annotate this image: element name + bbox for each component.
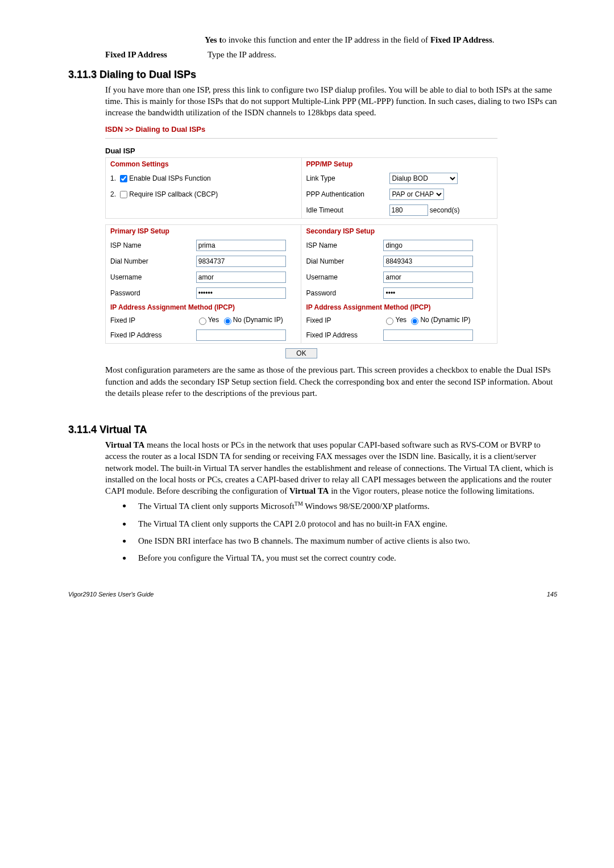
link-type-label: Link Type: [301, 170, 385, 186]
s-dial-label: Dial Number: [301, 253, 379, 269]
list-item: Before you configure the Virtual TA, you…: [122, 552, 557, 564]
p-fixed-no-radio[interactable]: [224, 318, 231, 325]
secondary-setup-head: Secondary ISP Setup: [301, 225, 497, 238]
primary-setup-head: Primary ISP Setup: [106, 225, 301, 238]
common-settings-head: Common Settings: [106, 158, 302, 171]
link-type-select[interactable]: Dialup BOD: [389, 173, 458, 184]
p-isp-name-label: ISP Name: [106, 237, 192, 253]
p-fixed-ipaddr-label: Fixed IP Address: [106, 327, 192, 344]
ppp-auth-label: PPP Authentication: [301, 186, 385, 202]
section-heading-virtualta: 3.11.4 Virtual TA: [68, 424, 557, 436]
require-cbcp-label: Require ISP callback (CBCP): [129, 190, 218, 198]
s-user-input[interactable]: [383, 272, 473, 283]
p-user-input[interactable]: [196, 272, 286, 283]
section-heading-dialing: 3.11.3 Dialing to Dual ISPs: [68, 69, 557, 81]
dual-isp-panel: ISDN >> Dialing to Dual ISPs Dual ISP Co…: [105, 125, 497, 358]
p-user-label: Username: [106, 269, 192, 285]
common-ppp-table: Common Settings PPP/MP Setup 1. Enable D…: [105, 157, 497, 219]
enable-dual-label: Enable Dual ISPs Function: [129, 174, 210, 182]
virtualta-bullets: The Virtual TA client only supports Micr…: [105, 500, 557, 564]
ok-button[interactable]: OK: [285, 348, 317, 358]
p-fixed-yes-radio[interactable]: [199, 318, 206, 325]
ppp-auth-select[interactable]: PAP or CHAP: [389, 189, 444, 200]
s-user-label: Username: [301, 269, 379, 285]
p-ipcp-head: IP Address Assignment Method (IPCP): [106, 301, 301, 314]
list-item: One ISDN BRI interface has two B channel…: [122, 535, 557, 546]
fixed-ip-bold: Fixed IP Address: [430, 35, 492, 44]
list-item: The Virtual TA client only supports Micr…: [122, 500, 557, 512]
p-fixed-ip-label: Fixed IP: [106, 314, 192, 327]
p-pass-input[interactable]: [196, 287, 286, 299]
s-dial-input[interactable]: [383, 256, 473, 267]
fixed-ip-address-desc: Type the IP address.: [208, 49, 557, 60]
tm-superscript: TM: [294, 500, 303, 507]
s-fixed-no-radio[interactable]: [411, 318, 418, 325]
list-item: The Virtual TA client only supports the …: [122, 518, 557, 529]
footer-page: 145: [547, 591, 557, 598]
s-pass-label: Password: [301, 285, 379, 301]
s-fixed-yes-radio[interactable]: [386, 318, 393, 325]
isp-setup-table: Primary ISP Setup Secondary ISP Setup IS…: [105, 224, 497, 344]
s-fixed-ipaddr-input[interactable]: [383, 329, 473, 341]
p-dial-input[interactable]: [196, 256, 286, 267]
s-pass-input[interactable]: [383, 287, 473, 299]
p-dial-label: Dial Number: [106, 253, 192, 269]
s-fixed-ip-label: Fixed IP: [301, 314, 379, 327]
s-ipcp-head: IP Address Assignment Method (IPCP): [301, 301, 497, 314]
idle-timeout-label: Idle Timeout: [301, 202, 385, 219]
s-fixed-ipaddr-label: Fixed IP Address: [301, 327, 379, 344]
virtualta-para: Virtual TA means the local hosts or PCs …: [105, 439, 557, 496]
fixed-ip-address-label: Fixed IP Address: [105, 49, 208, 60]
dialing-para1: If you have more than one ISP, press thi…: [105, 84, 557, 119]
ppp-mp-head: PPP/MP Setup: [301, 158, 497, 171]
dialing-para2: Most configuration parameters are the sa…: [105, 364, 557, 399]
s-isp-name-input[interactable]: [383, 240, 473, 251]
require-cbcp-checkbox[interactable]: [120, 191, 127, 198]
yes-line: o invoke this function and enter the IP …: [222, 35, 430, 44]
breadcrumb: ISDN >> Dialing to Dual ISPs: [105, 125, 497, 133]
footer-left: Vigor2910 Series User's Guide: [68, 591, 154, 598]
enable-dual-checkbox[interactable]: [120, 175, 127, 182]
s-isp-name-label: ISP Name: [301, 237, 379, 253]
p-fixed-ipaddr-input[interactable]: [196, 329, 286, 341]
p-pass-label: Password: [106, 285, 192, 301]
dual-isp-title: Dual ISP: [105, 147, 497, 155]
seconds-label: second(s): [430, 206, 460, 214]
p-isp-name-input[interactable]: [196, 240, 286, 251]
idle-timeout-input[interactable]: [389, 205, 428, 216]
